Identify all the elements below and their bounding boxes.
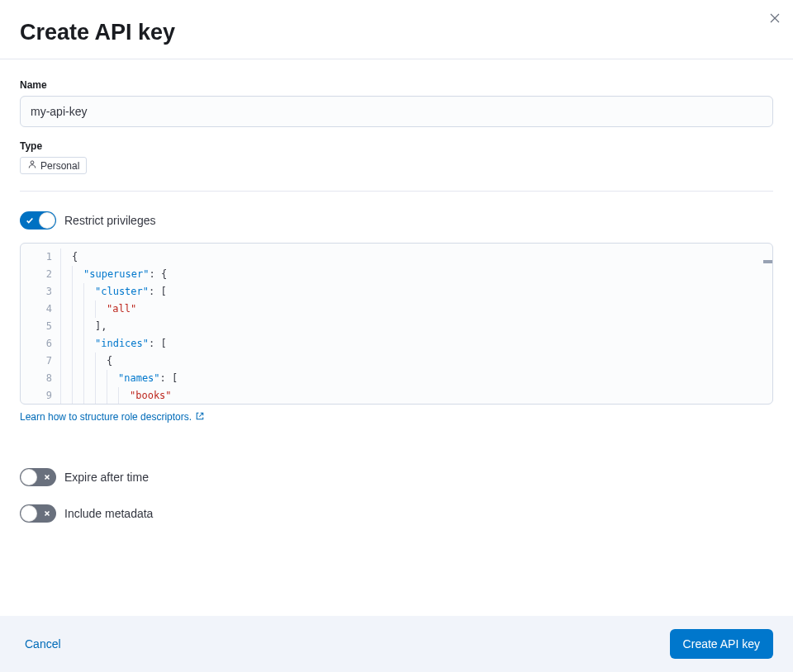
editor-content[interactable]: { "superuser": { "cluster": [ "all" ], "…: [60, 244, 772, 404]
type-badge-label: Personal: [40, 160, 79, 172]
type-badge: Personal: [20, 157, 87, 174]
role-descriptors-help-link[interactable]: Learn how to structure role descriptors.: [20, 411, 205, 424]
x-icon: [42, 472, 52, 482]
user-icon: [27, 159, 37, 172]
create-api-key-button[interactable]: Create API key: [670, 629, 773, 659]
role-descriptors-editor[interactable]: 1 2 3 4 5 6 7 8 9 { "superuser": { "clus…: [20, 243, 773, 405]
expire-after-time-row: Expire after time: [20, 468, 773, 486]
divider: [20, 191, 773, 192]
editor-gutter: 1 2 3 4 5 6 7 8 9: [21, 244, 60, 404]
name-field-row: Name: [20, 79, 773, 127]
name-label: Name: [20, 79, 773, 91]
dialog-title: Create API key: [20, 20, 773, 45]
expire-after-time-toggle[interactable]: [20, 468, 56, 486]
dialog-body: Name Type Personal Restrict privileges: [0, 59, 793, 561]
include-metadata-row: Include metadata: [20, 504, 773, 523]
type-field-row: Type Personal: [20, 140, 773, 174]
include-metadata-label: Include metadata: [64, 507, 153, 520]
restrict-privileges-toggle[interactable]: [20, 211, 56, 230]
restrict-privileges-row: Restrict privileges: [20, 211, 773, 230]
dialog-header: Create API key: [0, 0, 793, 59]
svg-point-0: [31, 161, 34, 164]
include-metadata-toggle[interactable]: [20, 504, 56, 523]
restrict-privileges-label: Restrict privileges: [64, 214, 155, 227]
x-icon: [42, 509, 52, 518]
check-icon: [25, 215, 35, 225]
expire-after-time-label: Expire after time: [64, 471, 149, 484]
dialog-footer: Cancel Create API key: [0, 616, 793, 672]
name-input[interactable]: [20, 96, 773, 127]
type-label: Type: [20, 140, 773, 152]
editor-scrollbar[interactable]: [762, 244, 772, 404]
close-icon[interactable]: [768, 12, 781, 25]
external-link-icon: [195, 411, 205, 424]
cancel-button[interactable]: Cancel: [20, 631, 66, 657]
